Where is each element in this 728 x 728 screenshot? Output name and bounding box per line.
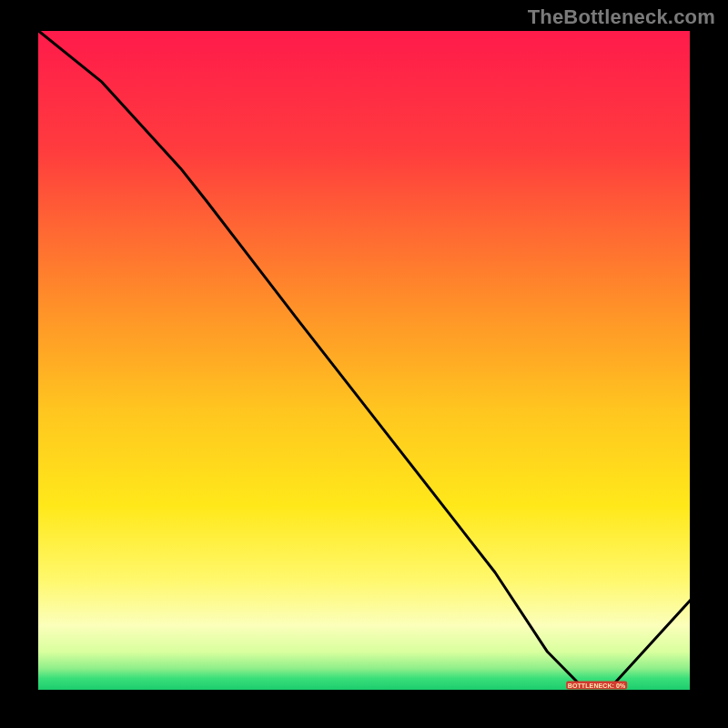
bottleneck-badge-label: BOTTLENECK: 0% <box>568 682 626 688</box>
plot-inner: BOTTLENECK: 0% <box>36 29 692 692</box>
bottleneck-curve <box>36 29 692 692</box>
chart-area: BOTTLENECK: 0% <box>36 29 692 692</box>
bottleneck-badge: BOTTLENECK: 0% <box>566 681 628 689</box>
watermark-text: TheBottleneck.com <box>528 5 715 29</box>
